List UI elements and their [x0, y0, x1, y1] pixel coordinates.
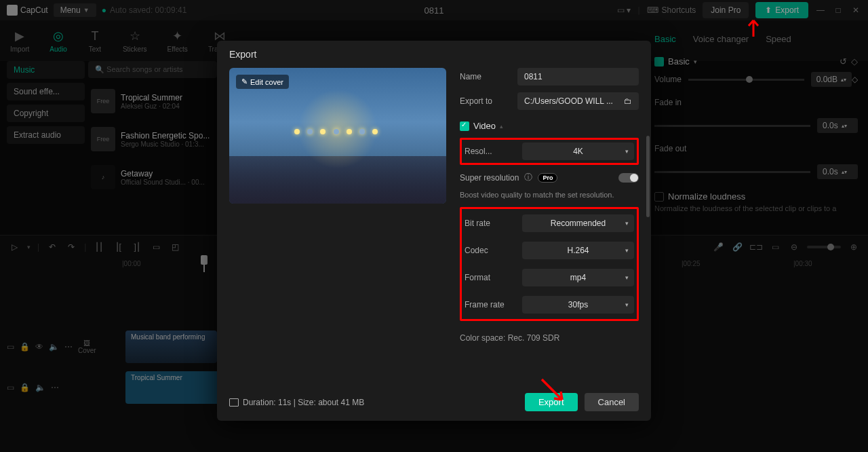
folder-icon[interactable]: 🗀 [624, 96, 632, 106]
modal-title: Export [217, 41, 651, 68]
pro-badge: Pro [538, 173, 557, 183]
resolution-label: Resol... [465, 147, 515, 156]
colorspace-info: Color space: Rec. 709 SDR [460, 333, 639, 343]
codec-label: Codec [465, 246, 515, 255]
resolution-select[interactable]: 4K▾ [522, 143, 634, 160]
annotation-arrow-icon [539, 377, 566, 404]
name-input[interactable] [517, 68, 639, 86]
pencil-icon: ✎ [241, 77, 248, 86]
chevron-down-icon: ▾ [625, 301, 629, 308]
highlight-resolution: Resol... 4K▾ [460, 138, 639, 165]
highlight-encoding: Bit rateRecommended▾ CodecH.264▾ Formatm… [460, 207, 639, 321]
super-resolution-row: Super resolution ⓘ Pro [460, 172, 639, 183]
export-preview: ✎Edit cover [229, 68, 446, 204]
bitrate-label: Bit rate [465, 219, 515, 228]
chevron-down-icon: ▾ [625, 247, 629, 254]
format-label: Format [465, 273, 515, 282]
chevron-down-icon: ▾ [625, 274, 629, 281]
export-duration-info: Duration: 11s | Size: about 41 MB [229, 398, 364, 407]
format-select[interactable]: mp4▾ [522, 269, 634, 286]
framerate-select[interactable]: 30fps▾ [522, 296, 634, 314]
framerate-label: Frame rate [465, 300, 515, 309]
bitrate-select[interactable]: Recommended▾ [522, 214, 634, 232]
exportto-label: Export to [460, 96, 511, 106]
video-section-header[interactable]: Video▴ [460, 121, 639, 131]
info-icon[interactable]: ⓘ [524, 172, 532, 183]
film-icon [229, 398, 239, 407]
export-path[interactable]: C:/Users/GOOD WILL ...🗀 [517, 92, 639, 110]
codec-select[interactable]: H.264▾ [522, 242, 634, 259]
super-resolution-hint: Boost video quality to match the set res… [460, 190, 639, 200]
chevron-down-icon: ▾ [625, 148, 629, 155]
super-resolution-toggle[interactable] [618, 173, 639, 183]
export-modal: Export ✎Edit cover Name Export to C:/Use… [217, 41, 651, 421]
checkbox-checked-icon[interactable] [460, 121, 469, 131]
super-resolution-label: Super resolution [460, 173, 519, 183]
annotation-arrow-icon [743, 19, 764, 39]
name-label: Name [460, 72, 511, 81]
cancel-button[interactable]: Cancel [585, 393, 639, 411]
chevron-down-icon: ▾ [625, 220, 629, 227]
edit-cover-button[interactable]: ✎Edit cover [236, 75, 289, 89]
